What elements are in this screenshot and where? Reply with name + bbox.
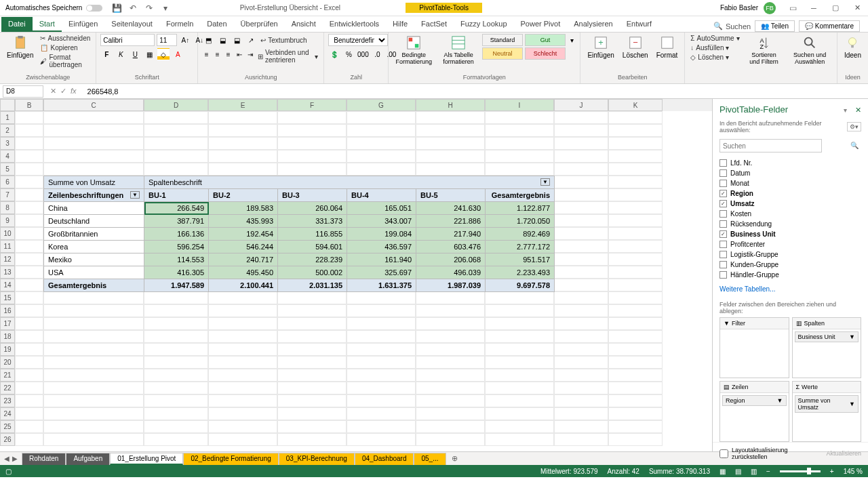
cell[interactable] bbox=[347, 330, 416, 343]
cell[interactable] bbox=[554, 201, 608, 214]
pivot-data-cell[interactable]: 496.039 bbox=[416, 266, 486, 279]
pivot-col-header[interactable]: BU-3 bbox=[278, 189, 347, 202]
pivot-columns-label[interactable]: Spaltenbeschrift▼ bbox=[144, 176, 555, 189]
cell[interactable] bbox=[485, 163, 554, 176]
row-header[interactable]: 13 bbox=[0, 266, 15, 279]
ribbon-tab-ansicht[interactable]: Ansicht bbox=[285, 17, 323, 32]
cell[interactable] bbox=[608, 124, 663, 137]
accounting-icon[interactable]: 💲 bbox=[328, 48, 340, 60]
ribbon-tab-datei[interactable]: Datei bbox=[1, 17, 33, 32]
cell[interactable] bbox=[554, 343, 608, 356]
cell[interactable] bbox=[144, 330, 208, 343]
cell[interactable] bbox=[485, 356, 554, 369]
pivot-data-cell[interactable]: 114.553 bbox=[144, 253, 209, 266]
cell[interactable] bbox=[554, 137, 608, 150]
checkbox[interactable] bbox=[719, 261, 727, 268]
font-name-select[interactable] bbox=[100, 34, 155, 46]
cell[interactable] bbox=[554, 330, 608, 343]
cell[interactable] bbox=[608, 420, 663, 433]
cell[interactable] bbox=[208, 163, 277, 176]
checkbox[interactable] bbox=[719, 190, 727, 197]
pivot-total-cell[interactable]: 2.100.441 bbox=[209, 279, 278, 292]
cell[interactable] bbox=[208, 124, 277, 137]
cell[interactable] bbox=[43, 382, 144, 394]
update-button[interactable]: Aktualisieren bbox=[826, 450, 861, 457]
cell[interactable] bbox=[416, 124, 485, 137]
cell[interactable] bbox=[416, 330, 485, 343]
cell[interactable] bbox=[554, 433, 608, 446]
maximize-button[interactable]: ▢ bbox=[825, 0, 846, 16]
cell[interactable] bbox=[208, 291, 277, 304]
cell[interactable] bbox=[347, 369, 416, 382]
ribbon-tab-analysieren[interactable]: Analysieren bbox=[567, 17, 619, 32]
sheet-nav-next-icon[interactable]: ▶ bbox=[12, 455, 18, 462]
pivot-table[interactable]: Summe von Umsatz Spaltenbeschrift▼ Zeile… bbox=[43, 176, 555, 292]
cell[interactable] bbox=[485, 150, 554, 163]
cut-button[interactable]: ✂Ausschneiden bbox=[39, 34, 92, 43]
row-header[interactable]: 20 bbox=[0, 356, 15, 369]
pivot-row-label[interactable]: China bbox=[44, 202, 144, 215]
area-item[interactable]: Business Unit▼ bbox=[795, 331, 859, 342]
pivot-data-cell[interactable]: 596.254 bbox=[144, 241, 209, 253]
checkbox[interactable] bbox=[719, 169, 727, 177]
row-header[interactable]: 3 bbox=[0, 137, 15, 150]
cell[interactable] bbox=[208, 407, 277, 420]
cell[interactable] bbox=[43, 317, 144, 330]
redo-icon[interactable]: ↷ bbox=[144, 3, 154, 13]
pivot-data-cell[interactable]: 343.007 bbox=[347, 215, 416, 228]
format-painter-button[interactable]: 🖌Format übertragen bbox=[39, 53, 92, 69]
cell[interactable] bbox=[277, 304, 347, 317]
find-select-button[interactable]: Suchen und Auswählen bbox=[787, 34, 833, 66]
cell[interactable] bbox=[277, 291, 347, 304]
cell[interactable] bbox=[416, 111, 485, 124]
bold-button[interactable]: F bbox=[100, 48, 113, 60]
row-header[interactable]: 15 bbox=[0, 291, 15, 304]
pivot-data-cell[interactable]: 165.051 bbox=[347, 202, 416, 215]
ideas-button[interactable]: Ideen bbox=[842, 34, 864, 60]
cell[interactable] bbox=[347, 291, 416, 304]
pivot-data-cell[interactable]: 217.940 bbox=[416, 228, 486, 241]
row-header[interactable]: 9 bbox=[0, 214, 15, 227]
cell[interactable] bbox=[485, 407, 554, 420]
cell[interactable] bbox=[554, 291, 608, 304]
column-header[interactable]: E bbox=[208, 99, 277, 111]
cell[interactable] bbox=[608, 291, 663, 304]
cell[interactable] bbox=[347, 394, 416, 407]
cell[interactable] bbox=[416, 420, 485, 433]
cell[interactable] bbox=[416, 433, 485, 446]
cell[interactable] bbox=[416, 382, 485, 394]
pivot-data-cell[interactable]: 546.244 bbox=[209, 241, 278, 253]
row-header[interactable]: 5 bbox=[0, 163, 15, 176]
cell[interactable] bbox=[416, 150, 485, 163]
pivot-data-cell[interactable]: 1.122.877 bbox=[486, 202, 555, 215]
column-header[interactable]: F bbox=[277, 99, 347, 111]
cell[interactable] bbox=[144, 394, 208, 407]
cell[interactable] bbox=[144, 124, 208, 137]
ribbon-tab-hilfe[interactable]: Hilfe bbox=[386, 17, 414, 32]
pivot-row-label[interactable]: Korea bbox=[44, 241, 144, 253]
pivot-col-header[interactable]: Gesamtergebnis bbox=[486, 189, 555, 202]
cell[interactable] bbox=[554, 382, 608, 394]
field-item[interactable]: Logistik-Gruppe bbox=[719, 249, 861, 260]
cell[interactable] bbox=[485, 394, 554, 407]
cell[interactable] bbox=[43, 111, 144, 124]
sheet-tab[interactable]: Aufgaben bbox=[66, 453, 110, 465]
pivot-data-cell[interactable]: 331.373 bbox=[278, 215, 347, 228]
share-button[interactable]: 👥 Teilen bbox=[755, 20, 795, 32]
style-gut[interactable]: Gut bbox=[525, 34, 566, 46]
pivot-data-cell[interactable]: 266.549 bbox=[144, 202, 209, 215]
ribbon-tab-überprüfen[interactable]: Überprüfen bbox=[234, 17, 285, 32]
percent-icon[interactable]: % bbox=[342, 48, 355, 60]
field-item[interactable]: Kunden-Gruppe bbox=[719, 260, 861, 270]
checkbox[interactable] bbox=[719, 210, 727, 218]
record-macro-icon[interactable]: ▢ bbox=[5, 468, 12, 475]
cell[interactable] bbox=[347, 356, 416, 369]
chevron-down-icon[interactable]: ▼ bbox=[130, 191, 140, 199]
cell[interactable] bbox=[608, 253, 663, 266]
pivot-data-cell[interactable]: 892.469 bbox=[486, 228, 555, 241]
cell[interactable] bbox=[43, 420, 144, 433]
pivot-data-cell[interactable]: 116.855 bbox=[278, 228, 347, 241]
cell[interactable] bbox=[15, 356, 43, 369]
cell[interactable] bbox=[554, 356, 608, 369]
cell[interactable] bbox=[608, 240, 663, 253]
